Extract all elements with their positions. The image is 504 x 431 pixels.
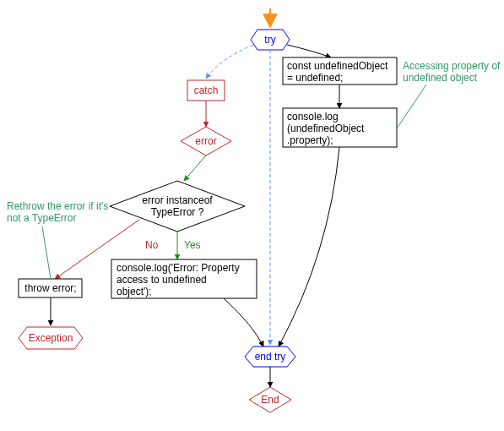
log-access-l1: console.log('Error: Property — [117, 262, 240, 274]
instanceof-node: error instanceof TypeError ? — [110, 181, 245, 232]
log-access-node: console.log('Error: Property access to u… — [111, 259, 257, 298]
annotation-rethrow-l1: Rethrow the error if it's — [7, 200, 108, 212]
exception-label: Exception — [29, 332, 73, 344]
edge-no-label: No — [145, 239, 159, 251]
end-label: End — [261, 394, 279, 406]
instanceof-label-2: TypeError ? — [151, 206, 204, 218]
end-try-node: end try — [245, 346, 295, 367]
catch-label: catch — [194, 85, 219, 96]
end-try-label: end try — [255, 351, 286, 363]
const-undef-l2: = undefined; — [287, 72, 343, 84]
log-prop-l3: .property); — [287, 134, 333, 146]
edge-try-catch — [206, 45, 253, 79]
error-node: error — [181, 127, 231, 155]
throw-node: throw error; — [19, 279, 82, 297]
flowchart-canvas: try catch error error instanceof TypeErr… — [0, 0, 504, 431]
try-label: try — [264, 34, 275, 46]
throw-label: throw error; — [24, 282, 76, 294]
error-label: error — [195, 135, 216, 147]
log-access-l3: object'); — [117, 286, 152, 297]
edge-error-instanceof — [184, 155, 206, 181]
edge-logprop-endtry — [279, 147, 339, 346]
log-prop-l1: console.log — [287, 111, 339, 123]
log-prop-l2: (undefinedObject — [287, 123, 365, 134]
edge-yes-label: Yes — [184, 239, 201, 251]
log-prop-node: console.log (undefinedObject .property); — [283, 108, 397, 147]
annotation-access: Accessing property of undefined object — [397, 60, 501, 128]
log-access-l2: access to undefined — [117, 274, 207, 286]
end-node: End — [249, 387, 291, 412]
exception-node: Exception — [19, 327, 83, 349]
edge-try-const — [287, 45, 331, 57]
instanceof-label-1: error instanceof — [142, 194, 213, 206]
annotation-access-l1: Accessing property of — [403, 60, 501, 72]
try-node: try — [251, 30, 290, 50]
annotation-rethrow-line — [42, 226, 51, 279]
const-undef-node: const undefinedObject = undefined; — [283, 57, 397, 85]
annotation-rethrow: Rethrow the error if it's not a TypeErro… — [7, 200, 108, 279]
edge-log-endtry — [224, 298, 263, 346]
const-undef-l1: const undefinedObject — [287, 60, 388, 72]
annotation-access-l2: undefined object — [403, 72, 478, 84]
catch-node: catch — [187, 80, 225, 101]
annotation-rethrow-l2: not a TypeError — [7, 212, 77, 224]
annotation-access-line — [397, 85, 426, 128]
